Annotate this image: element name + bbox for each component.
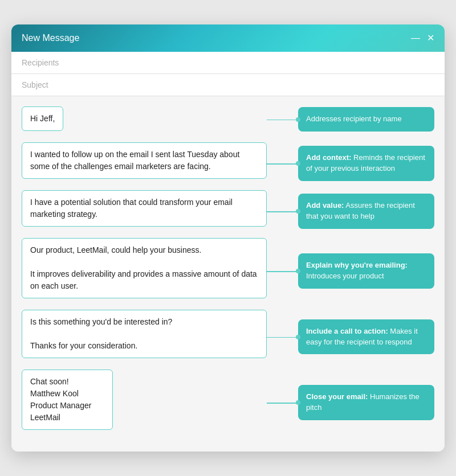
block3-annotation-bold: Explain why you're emailing:: [306, 261, 408, 269]
subject-row: Subject: [11, 74, 445, 96]
block1-annotation-bold: Add context:: [306, 153, 351, 162]
block3-annotation-rest: Introduces your product: [306, 272, 384, 280]
block3[interactable]: Our product, LeetMail, could help your b…: [22, 238, 267, 298]
greeting-annotation-text: Addresses recipient by name: [306, 114, 402, 123]
content-area: Hi Jeff, Addresses recipient by name I w…: [11, 96, 445, 452]
block5-line4: LeetMail: [30, 412, 104, 424]
greeting-annotation: Addresses recipient by name: [298, 107, 434, 132]
block1-annotation: Add context: Reminds the recipient of yo…: [298, 146, 434, 181]
block4-row: Is this something you'd be interested in…: [22, 310, 434, 364]
block3-row: Our product, LeetMail, could help your b…: [22, 238, 434, 304]
block5-row: Chat soon! Matthew Kool Product Manager …: [22, 370, 434, 436]
block3-left: Our product, LeetMail, could help your b…: [22, 238, 267, 304]
block5-annotation-bold: Close your email:: [306, 392, 368, 401]
email-form: Recipients Subject: [11, 52, 445, 96]
block4-line1: Is this something you'd be interested in…: [30, 316, 258, 328]
greeting-row: Hi Jeff, Addresses recipient by name: [22, 102, 434, 137]
block3-annotation: Explain why you're emailing: Introduces …: [298, 253, 434, 289]
subject-label: Subject: [22, 80, 48, 89]
block1[interactable]: I wanted to follow up on the email I sen…: [22, 142, 267, 179]
email-compose-window: New Message — ✕ Recipients Subject Hi Je…: [11, 24, 445, 452]
block5[interactable]: Chat soon! Matthew Kool Product Manager …: [22, 370, 113, 430]
greeting-block[interactable]: Hi Jeff,: [22, 106, 63, 131]
block2[interactable]: I have a potential solution that could t…: [22, 190, 267, 227]
block5-line3: Product Manager: [30, 400, 104, 412]
block5-line2: Matthew Kool: [30, 388, 104, 400]
block4-annotation-bold: Include a call to action:: [306, 327, 388, 335]
block4-annotation: Include a call to action: Makes it easy …: [298, 319, 434, 355]
block5-line1: Chat soon!: [30, 376, 104, 388]
window-title: New Message: [22, 33, 79, 43]
block2-text: I have a potential solution that could t…: [30, 198, 233, 219]
greeting-block-wrapper: Hi Jeff,: [22, 102, 267, 137]
block4-line2: Thanks for your consideration.: [30, 340, 258, 352]
minimize-button[interactable]: —: [411, 34, 420, 43]
block3-line2: It improves deliverability and provides …: [30, 268, 258, 292]
block3-line1: Our product, LeetMail, could help your b…: [30, 244, 258, 256]
block5-annotation: Close your email: Humanizes the pitch: [298, 385, 434, 420]
titlebar: New Message — ✕: [11, 24, 445, 52]
block4[interactable]: Is this something you'd be interested in…: [22, 310, 267, 358]
block1-left: I wanted to follow up on the email I sen…: [22, 142, 267, 184]
block4-left: Is this something you'd be interested in…: [22, 310, 267, 364]
block1-row: I wanted to follow up on the email I sen…: [22, 142, 434, 184]
block2-annotation-bold: Add value:: [306, 201, 344, 210]
block1-text: I wanted to follow up on the email I sen…: [30, 150, 239, 171]
greeting-text: Hi Jeff,: [30, 114, 55, 123]
block2-annotation: Add value: Assures the recipient that yo…: [298, 194, 434, 229]
block5-left: Chat soon! Matthew Kool Product Manager …: [22, 370, 267, 436]
block2-left: I have a potential solution that could t…: [22, 190, 267, 232]
recipients-row: Recipients: [11, 52, 445, 74]
recipients-label: Recipients: [22, 58, 59, 67]
close-button[interactable]: ✕: [427, 34, 434, 43]
block2-row: I have a potential solution that could t…: [22, 190, 434, 232]
window-controls: — ✕: [411, 34, 434, 43]
